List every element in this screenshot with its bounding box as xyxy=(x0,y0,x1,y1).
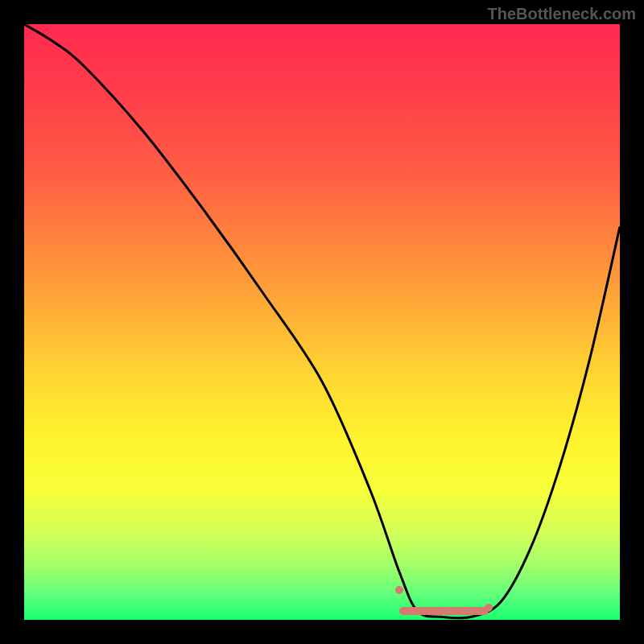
highlight-dot-end xyxy=(485,604,493,612)
highlight-dot-start xyxy=(395,586,403,594)
chart-curve xyxy=(24,24,620,620)
chart-plot-area xyxy=(24,24,620,620)
watermark-text: TheBottleneck.com xyxy=(488,5,636,23)
highlight-segment xyxy=(399,607,489,615)
